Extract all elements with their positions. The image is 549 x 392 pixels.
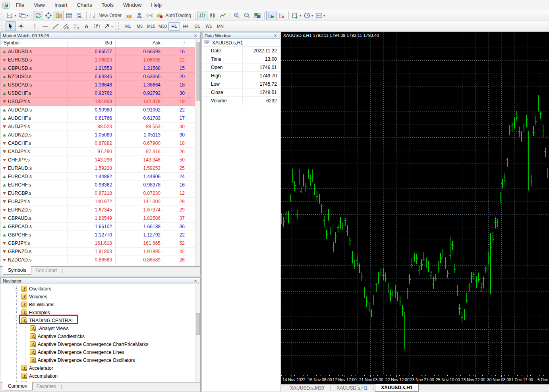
collapse-icon[interactable]: -	[15, 319, 18, 322]
toolbar-grip[interactable]	[2, 22, 4, 30]
broadcast-button[interactable]	[145, 11, 155, 20]
chevron-down-icon[interactable]: ▾	[15, 14, 16, 17]
profiles-button[interactable]: ▾	[17, 11, 29, 20]
equidistant-channel-button[interactable]: E	[61, 21, 71, 31]
navigator-tab-common[interactable]: Common	[3, 382, 33, 390]
new-chart-button[interactable]: +▾	[6, 11, 17, 20]
autotrading-button[interactable]: AutoTrading	[155, 11, 193, 20]
chart-tab-0[interactable]: XAUUSD.s,M30	[285, 384, 329, 392]
market-watch-row-usdcad.s[interactable]: USDCAD.s1.366461.3666418	[0, 81, 200, 89]
panel-splitter-horizontal[interactable]	[0, 276, 201, 277]
tree-item-bill-williams[interactable]: +fBill Williams	[0, 301, 194, 309]
market-watch-row-euraud.s[interactable]: EURAUD.s1.592281.5925325	[0, 164, 200, 173]
expand-icon[interactable]: +	[15, 295, 18, 298]
market-watch-row-eurnzd.s[interactable]: EURNZD.s1.673451.6737429	[0, 206, 200, 214]
tree-item-accelerator[interactable]: fAccelerator	[0, 364, 194, 372]
tree-item--analyst-views[interactable]: f.Analyst Views	[0, 325, 194, 332]
menu-insert[interactable]: Insert	[50, 0, 72, 10]
candlestick-chart-button[interactable]	[207, 11, 218, 20]
menu-charts[interactable]: Charts	[72, 0, 97, 10]
menu-window[interactable]: Window	[118, 0, 146, 10]
navigator-scrollbar[interactable]	[195, 284, 200, 382]
panel-splitter-vertical[interactable]	[280, 32, 281, 392]
arrow-shapes-button[interactable]: ▾	[102, 21, 114, 31]
data-window-button[interactable]	[64, 11, 74, 20]
timeframe-d1-button[interactable]: D1	[191, 22, 203, 31]
timeframe-m1-button[interactable]: M1	[122, 22, 134, 31]
tree-item-adaptive-divergence-convergence-lines[interactable]: fAdaptive Divergence Convergence Lines	[0, 348, 194, 356]
tree-item-adaptive-divergence-convergence-oscillators[interactable]: fAdaptive Divergence Convergence Oscilla…	[0, 356, 194, 364]
periods-separators-button[interactable]	[276, 11, 287, 20]
market-watch-row-gbpusd.s[interactable]: GBPUSD.s1.215531.2156815	[0, 64, 200, 73]
tree-item-oscillators[interactable]: +fOscillators	[0, 285, 194, 293]
chevron-down-icon[interactable]: ▾	[300, 14, 301, 17]
tree-item-volumes[interactable]: +fVolumes	[0, 293, 194, 301]
market-watch-row-audjpy.s[interactable]: AUDJPY.s88.52388.55330	[0, 123, 200, 131]
menu-view[interactable]: View	[29, 0, 50, 10]
chart-tab-1[interactable]: XAUUSD.s,H1	[332, 384, 372, 392]
chevron-down-icon[interactable]: ▾	[27, 14, 28, 17]
timeframe-mn-button[interactable]: MN	[215, 22, 226, 31]
zoom-out-button[interactable]	[242, 11, 252, 20]
timeframe-w1-button[interactable]: W1	[203, 22, 215, 31]
market-watch-tab-tick-chart[interactable]: Tick Chart	[31, 267, 61, 275]
market-watch-row-audusd.s[interactable]: AUDUSD.s0.665770.6659316	[0, 48, 200, 56]
market-watch-row-nzdusd.s[interactable]: NZDUSD.s0.633450.6336520	[0, 73, 200, 81]
navigator-search-button[interactable]	[74, 11, 85, 20]
market-watch-row-usdjpy.s[interactable]: USDJPY.s132.959132.97819	[0, 98, 200, 106]
market-watch-row-gbpjpy.s[interactable]: GBPJPY.s161.613161.66552	[0, 239, 200, 248]
expand-icon[interactable]: +	[15, 311, 18, 314]
tree-item-accumulation[interactable]: fAccumulation	[0, 372, 194, 380]
expert-advisor-button[interactable]	[134, 11, 145, 20]
expand-icon[interactable]: +	[15, 287, 18, 290]
chart-tab-2-active[interactable]: XAUUSD.s,H1	[375, 384, 418, 392]
chart-shift-button[interactable]	[33, 11, 43, 20]
timeframe-m15-button[interactable]: M15	[145, 22, 157, 31]
trend-line-button[interactable]	[50, 21, 61, 31]
menu-file[interactable]: File	[11, 0, 29, 10]
chart-canvas-xauusd-h1[interactable]: 14 Nov 202216 Nov 08:0017 Nov 17:0021 No…	[281, 32, 549, 384]
period-clock-button[interactable]: ▾	[302, 11, 314, 20]
toolbar-grip[interactable]	[118, 22, 121, 30]
close-icon[interactable]: ×	[273, 33, 278, 38]
market-watch-row-gbpcad.s[interactable]: GBPCAD.s1.661021.6613836	[0, 223, 200, 231]
scrollbar-thumb[interactable]	[196, 313, 200, 335]
crosshair-button[interactable]	[16, 21, 26, 31]
timeframe-h4-button[interactable]: H4	[180, 22, 191, 31]
navigator-tab-favorites[interactable]: Favorites	[33, 382, 60, 390]
timeframe-m30-button[interactable]: M30	[157, 22, 168, 31]
tile-windows-button[interactable]	[252, 11, 263, 20]
price-chart-svg[interactable]: 14 Nov 202216 Nov 08:0017 Nov 17:0021 No…	[281, 32, 549, 384]
column-header-symbol[interactable]: Symbol	[0, 39, 68, 47]
market-watch-row-eurusd.s[interactable]: EURUSD.s1.060231.0603512	[0, 56, 200, 64]
expand-icon[interactable]: +	[15, 303, 18, 306]
close-icon[interactable]: ×	[193, 279, 198, 283]
bar-chart-button[interactable]	[197, 11, 207, 20]
chevron-down-icon[interactable]: ▾	[111, 25, 113, 28]
column-header-bid[interactable]: Bid	[68, 39, 116, 47]
cursor-button[interactable]	[6, 21, 16, 31]
market-watch-row-chfjpy.s[interactable]: CHFJPY.s143.296143.34650	[0, 156, 200, 164]
timeframe-m5-button[interactable]: M5	[134, 22, 145, 31]
column-header-ask[interactable]: Ask	[116, 39, 164, 47]
market-watch-row-audchf.s[interactable]: AUDCHF.s0.617660.6178317	[0, 114, 200, 123]
scrollbar-thumb[interactable]	[196, 42, 200, 101]
horizontal-line-button[interactable]	[40, 21, 50, 31]
metaeditor-button[interactable]	[124, 11, 134, 20]
market-watch-row-audcad.s[interactable]: AUDCAD.s0.909800.9100222	[0, 106, 200, 114]
tree-item-adaptive-candlesticks[interactable]: fAdaptive Candlesticks	[0, 332, 194, 340]
market-watch-row-nzdcad.s[interactable]: NZDCAD.s0.865630.8658926	[0, 256, 200, 264]
market-watch-row-cadjpy.s[interactable]: CADJPY.s97.29097.31626	[0, 148, 200, 156]
menu-help[interactable]: Help	[146, 0, 166, 10]
zoom-in-button[interactable]	[232, 11, 242, 20]
chevron-down-icon[interactable]: ▾	[311, 14, 313, 17]
market-watch-row-gbpaud.s[interactable]: GBPAUD.s1.825491.8258637	[0, 214, 200, 223]
new-order-button[interactable]: New Order	[88, 11, 124, 20]
text-label-button[interactable]: T	[92, 21, 102, 31]
toolbar-grip[interactable]	[2, 12, 4, 19]
chevron-down-icon[interactable]: ▾	[323, 14, 325, 17]
market-watch-row-audnzd.s[interactable]: AUDNZD.s1.050831.0511330	[0, 131, 200, 139]
menu-tools[interactable]: Tools	[97, 0, 118, 10]
vertical-line-button[interactable]	[30, 21, 40, 31]
market-watch-row-eurgbp.s[interactable]: EURGBP.s0.872180.8723012	[0, 189, 200, 198]
